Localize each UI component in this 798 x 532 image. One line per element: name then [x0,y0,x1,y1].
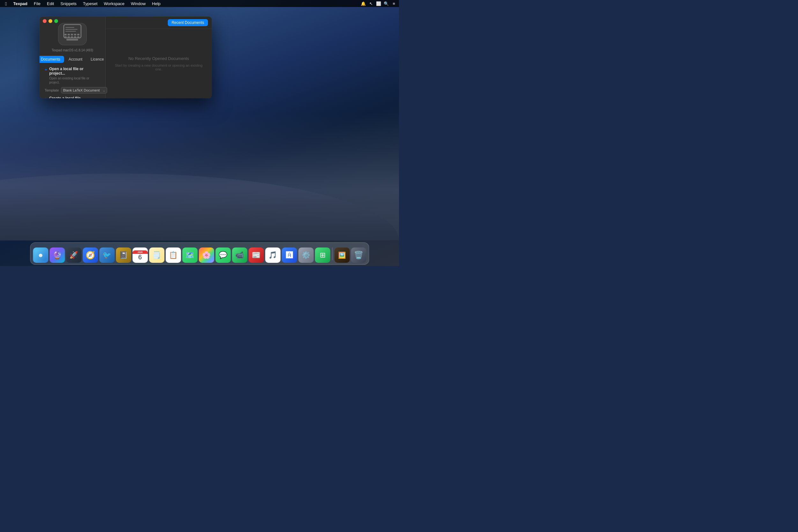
tab-documents[interactable]: Documents [40,56,64,63]
dock: ☻ 🔮 🚀 🧭 🐦 📓 JAN 6 🗒️ 📋 🗺️ 🌸 💬 [30,242,369,265]
tab-account[interactable]: Account [65,56,86,63]
menu-window[interactable]: Window [128,1,148,7]
svg-rect-4 [64,34,66,35]
apple-menu[interactable]:  [3,0,9,7]
svg-rect-11 [71,36,73,38]
search-icon[interactable]: 🔍 [384,1,389,6]
svg-rect-12 [74,36,76,38]
dock-facetime[interactable]: 📹 [232,247,247,263]
no-docs-subtitle: Start by creating a new document or open… [112,63,205,71]
open-local-subtitle: Open an existing local file or project. [49,76,100,84]
menu-snippets[interactable]: Snippets [58,1,79,7]
create-plus-icon: + [45,96,47,98]
svg-text:☻: ☻ [38,252,44,258]
dock-notes[interactable]: 🗒️ [149,247,164,263]
dock-tableplus[interactable]: ⊞ [315,247,330,263]
svg-rect-8 [77,34,79,35]
lines-icon[interactable]: ≡ [391,1,396,6]
dock-maps[interactable]: 🗺️ [182,247,197,263]
open-plus-icon: + [45,67,47,72]
menu-file[interactable]: File [31,1,43,7]
dock-music[interactable]: 🎵 [265,247,280,263]
dock-messages[interactable]: 💬 [215,247,231,263]
menu-help[interactable]: Help [150,1,163,7]
dock-calendar[interactable]: JAN 6 [132,247,148,263]
traffic-lights [43,19,58,23]
dock-system-prefs[interactable]: ⚙️ [298,247,314,263]
dock-notesbook[interactable]: 📓 [116,247,131,263]
dialog-left-panel: Texpad macOS v1.8.14 (493) Documents Acc… [40,17,106,98]
dock-reminders[interactable]: 📋 [166,247,181,263]
tab-bar: Documents Account Licence [45,56,100,63]
menubar-left:  Texpad File Edit Snippets Typeset Work… [3,0,163,7]
template-label: Template [45,88,59,92]
app-menu-texpad[interactable]: Texpad [11,1,30,7]
recent-documents-button[interactable]: Recent Documents [168,19,208,26]
dock-siri[interactable]: 🔮 [50,247,65,263]
template-select-wrapper: Blank LaTeX Document Article Book Report… [61,87,107,93]
template-row: Template Blank LaTeX Document Article Bo… [45,87,100,93]
recent-docs-content: No Recently Opened Documents Start by cr… [106,29,212,98]
svg-rect-10 [68,36,70,38]
close-button[interactable] [43,19,46,23]
svg-rect-9 [64,36,66,38]
minimize-button[interactable] [49,19,52,23]
dock-finder[interactable]: ☻ [33,247,48,263]
app-version: Texpad macOS v1.8.14 (493) [52,49,93,52]
dock-trash[interactable]: 🗑️ [351,247,366,263]
screen-share-icon[interactable]: ⬜ [376,1,381,6]
menubar:  Texpad File Edit Snippets Typeset Work… [0,0,399,7]
svg-rect-13 [77,36,79,38]
dock-safari[interactable]: 🧭 [82,247,98,263]
open-local-title: Open a local file or project... [49,66,100,76]
tab-licence[interactable]: Licence [87,56,108,63]
menu-edit[interactable]: Edit [44,1,56,7]
svg-rect-6 [71,34,73,35]
dock-separator [332,247,332,260]
maximize-button[interactable] [54,19,58,23]
no-docs-title: No Recently Opened Documents [128,56,189,61]
dialog-window: Texpad macOS v1.8.14 (493) Documents Acc… [40,17,212,98]
dock-photo[interactable]: 🖼️ [334,247,349,263]
menubar-right: 🔔 ↖ ⬜ 🔍 ≡ [361,1,396,6]
menu-typeset[interactable]: Typeset [80,1,100,7]
svg-rect-5 [68,34,70,35]
recent-docs-header: Recent Documents [106,17,212,29]
create-local-action[interactable]: + Create a local file... Create a single… [45,96,100,98]
dock-photos[interactable]: 🌸 [199,247,214,263]
dock-launchpad[interactable]: 🚀 [66,247,81,263]
notification-icon[interactable]: 🔔 [361,1,366,6]
cursor-icon[interactable]: ↖ [368,1,374,6]
dock-mail[interactable]: 🐦 [99,247,114,263]
app-icon [58,23,87,45]
svg-rect-14 [66,39,78,40]
svg-rect-7 [74,34,76,35]
template-select[interactable]: Blank LaTeX Document Article Book Report… [61,87,107,93]
dialog-right-panel: Recent Documents No Recently Opened Docu… [106,17,212,98]
dock-appstore[interactable]: 🅰 [282,247,297,263]
create-local-title: Create a local file... [49,96,100,98]
dock-news[interactable]: 📰 [248,247,264,263]
menu-workspace[interactable]: Workspace [101,1,127,7]
open-local-action[interactable]: + Open a local file or project... Open a… [45,66,100,84]
